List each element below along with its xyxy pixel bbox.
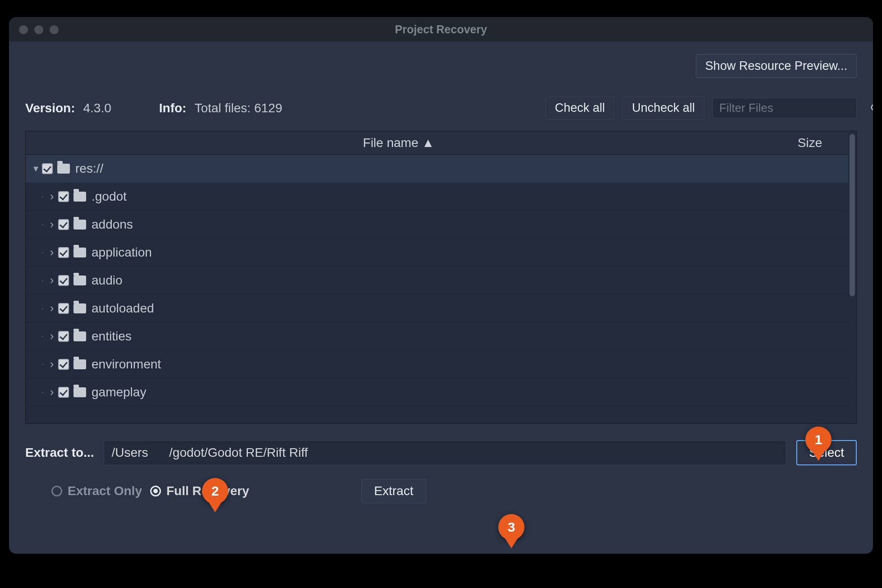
chevron-down-icon[interactable] [31,163,40,175]
tree-row[interactable]: ·audio [26,266,848,294]
titlebar: Project Recovery [9,17,873,41]
column-size[interactable]: Size [772,136,848,150]
traffic-max[interactable] [50,25,59,34]
extract-button[interactable]: Extract [361,479,427,503]
svg-point-0 [872,104,873,110]
file-tree-panel: File name ▲ Size res://·.godot·addons·ap… [25,131,857,424]
radio-extract-only[interactable]: Extract Only [51,484,142,498]
tree-item-label: res:// [75,161,772,176]
folder-icon [74,359,86,369]
filter-input-wrap[interactable] [712,98,857,118]
radio-dot-icon [51,486,62,496]
chevron-right-icon[interactable] [47,189,56,203]
chevron-right-icon[interactable] [47,329,56,343]
checkbox[interactable] [58,247,69,258]
radio-full-recovery-label: Full Recovery [166,484,249,498]
show-resource-preview-button[interactable]: Show Resource Preview... [696,54,857,78]
tree-row[interactable]: ·environment [26,350,848,378]
folder-icon [57,164,70,174]
project-recovery-window: Project Recovery Show Resource Preview..… [9,17,873,554]
extract-path-input[interactable] [104,440,786,465]
extract-to-row: Extract to... Select [25,440,857,465]
tree-root-row[interactable]: res:// [26,155,848,183]
mode-radio-row: Extract Only Full Recovery Extract [25,479,857,503]
uncheck-all-button[interactable]: Uncheck all [622,96,704,120]
tree-row[interactable]: ·autoloaded [26,294,848,322]
traffic-close[interactable] [19,25,28,34]
checkbox[interactable] [58,303,69,314]
table-header[interactable]: File name ▲ Size [26,131,848,155]
select-path-button[interactable]: Select [796,440,857,465]
chevron-right-icon[interactable] [47,301,56,315]
tree-row[interactable]: ·entities [26,322,848,350]
folder-icon [74,220,86,230]
folder-icon [74,276,86,285]
tree-item-label: addons [92,217,772,232]
radio-full-recovery[interactable]: Full Recovery [150,484,249,498]
tree-item-label: autoloaded [92,301,772,316]
info-value: Total files: 6129 [194,101,282,115]
folder-icon [74,248,86,257]
version-label: Version: [25,101,75,115]
folder-icon [74,303,86,313]
tree-item-label: audio [92,273,772,288]
radio-extract-only-label: Extract Only [68,484,142,498]
scrollbar-thumb[interactable] [850,134,855,296]
checkbox[interactable] [58,387,69,398]
chevron-right-icon[interactable] [47,385,56,399]
info-row: Version: 4.3.0 Info: Total files: 6129 C… [25,96,857,120]
folder-icon [74,387,86,397]
version-value: 4.3.0 [83,101,111,115]
radio-dot-icon [150,486,161,496]
window-title: Project Recovery [9,23,873,36]
chevron-right-icon[interactable] [47,217,56,231]
tree-row[interactable]: ·gameplay [26,378,848,406]
extract-to-label: Extract to... [25,446,94,460]
tree-item-label: gameplay [92,385,772,400]
check-all-button[interactable]: Check all [545,96,614,120]
traffic-min[interactable] [34,25,43,34]
tree-row[interactable]: ·application [26,239,848,266]
checkbox[interactable] [58,359,69,370]
checkbox[interactable] [58,219,69,230]
checkbox[interactable] [58,191,69,202]
tree-row[interactable]: ·addons [26,211,848,239]
window-controls[interactable] [19,25,59,34]
tree-item-label: entities [92,329,772,344]
tree-item-label: application [92,245,772,260]
tree-row[interactable]: ·.godot [26,183,848,211]
info-label: Info: [159,101,187,115]
checkbox[interactable] [58,331,69,342]
chevron-right-icon[interactable] [47,357,56,371]
chevron-right-icon[interactable] [47,273,56,287]
tree-item-label: environment [92,357,772,372]
checkbox[interactable] [58,275,69,286]
folder-icon [74,331,86,341]
tree-item-label: .godot [92,189,772,204]
filter-input[interactable] [719,101,866,115]
search-icon [870,103,873,113]
scrollbar[interactable] [848,131,856,423]
chevron-right-icon[interactable] [47,245,56,259]
column-file-name[interactable]: File name ▲ [26,136,772,150]
folder-icon [74,192,86,202]
checkbox[interactable] [42,163,53,174]
